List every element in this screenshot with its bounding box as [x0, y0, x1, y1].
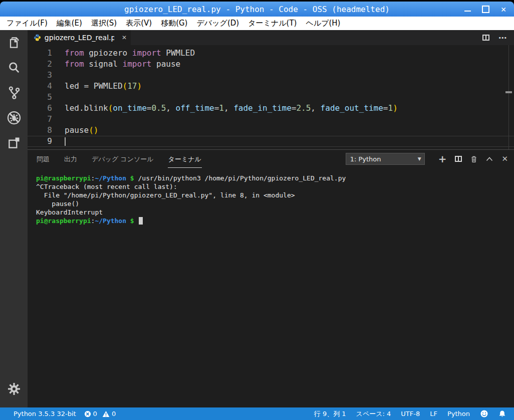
warning-count: 0 [112, 410, 116, 417]
more-actions-icon[interactable]: ⋯ [498, 33, 507, 43]
error-icon [84, 410, 91, 417]
minimize-button[interactable] [461, 3, 474, 16]
editor-scrollbar[interactable] [508, 45, 509, 149]
chevron-down-icon: ▼ [418, 156, 421, 161]
terminal-line: ^CTraceback (most recent call last): [36, 182, 514, 191]
line-number: 9 [28, 136, 52, 147]
main-content: gpiozero_LED_real.py ✕ ⋯ 1from gpiozero … [28, 30, 514, 407]
terminal-line: KeyboardInterrupt [36, 208, 514, 217]
line-number: 4 [28, 81, 52, 92]
menubar: ファイル(F) 編集(E) 選択(S) 表示(V) 移動(G) デバッグ(D) … [0, 17, 514, 30]
indentation[interactable]: スペース: 4 [356, 409, 391, 418]
titlebar[interactable]: gpiozero_LED_real.py - Python - Code - O… [0, 2, 514, 17]
code-line[interactable]: 4led = PWMLED(17) [28, 81, 514, 92]
source-control-icon[interactable] [0, 80, 28, 105]
overview-ruler-marker [505, 91, 512, 93]
line-number: 1 [28, 48, 52, 59]
code-line[interactable]: 3 [28, 70, 514, 81]
editor-caret [65, 137, 66, 146]
line-number: 3 [28, 70, 52, 81]
status-left: Python 3.5.3 32-bit 0 0 [14, 410, 116, 417]
menu-debug[interactable]: デバッグ(D) [192, 19, 243, 28]
tab-gpiozero-led-real[interactable]: gpiozero_LED_real.py ✕ [28, 30, 131, 45]
menu-help[interactable]: ヘルプ(H) [301, 19, 345, 28]
menu-file[interactable]: ファイル(F) [2, 19, 52, 28]
panel-actions: 1: Python ▼ + ✕ [346, 153, 508, 165]
notifications-bell-icon[interactable] [498, 410, 506, 418]
kill-terminal-icon[interactable] [470, 155, 477, 163]
feedback-smiley-icon[interactable] [480, 409, 488, 418]
line-number: 5 [28, 92, 52, 103]
code-line[interactable]: 5 [28, 92, 514, 103]
menu-selection[interactable]: 選択(S) [87, 19, 121, 28]
split-editor-icon[interactable] [482, 35, 489, 41]
maximize-icon [482, 6, 489, 13]
code-line[interactable]: 9 [28, 136, 514, 147]
menu-go[interactable]: 移動(G) [156, 19, 192, 28]
cursor-position[interactable]: 行 9、列 1 [314, 409, 346, 418]
language-mode[interactable]: Python [447, 410, 470, 417]
terminal-output[interactable]: pi@raspberrypi:~/Python $ /usr/bin/pytho… [28, 168, 514, 407]
terminal-select[interactable]: 1: Python ▼ [346, 153, 425, 165]
encoding[interactable]: UTF-8 [401, 410, 420, 417]
panel-tab-output[interactable]: 出力 [64, 150, 78, 167]
warning-icon [102, 410, 110, 417]
minimize-icon [464, 11, 471, 12]
status-bar: Python 3.5.3 32-bit 0 0 行 9、列 1 スペース: 4 … [0, 407, 514, 420]
terminal-line: pause() [36, 199, 514, 208]
maximize-button[interactable] [479, 3, 492, 16]
panel-tab-problems[interactable]: 問題 [36, 150, 50, 167]
settings-gear-icon[interactable] [0, 376, 28, 401]
tab-label: gpiozero_LED_real.py [45, 34, 114, 42]
terminal-line: pi@raspberrypi:~/Python $ [36, 217, 514, 225]
python-icon [34, 34, 41, 42]
close-button[interactable]: ✕ [497, 3, 510, 16]
menu-view[interactable]: 表示(V) [121, 19, 156, 28]
debug-icon[interactable] [0, 105, 28, 130]
search-icon[interactable] [0, 55, 28, 80]
split-terminal-icon[interactable] [455, 156, 462, 162]
terminal-select-value: 1: Python [350, 155, 381, 163]
new-terminal-icon[interactable]: + [438, 154, 447, 164]
error-count: 0 [93, 410, 97, 417]
terminal-cursor [139, 217, 143, 225]
maximize-panel-icon[interactable] [486, 156, 493, 161]
terminal-line: File "/home/pi/Python/gpiozero_LED_real.… [36, 191, 514, 199]
menu-terminal[interactable]: ターミナル(T) [243, 19, 301, 28]
line-number: 8 [28, 125, 52, 136]
status-right: 行 9、列 1 スペース: 4 UTF-8 LF Python [314, 409, 509, 418]
line-number: 6 [28, 103, 52, 114]
line-number: 2 [28, 59, 52, 70]
editor-tabstrip: gpiozero_LED_real.py ✕ ⋯ [28, 30, 514, 45]
bottom-panel: 問題 出力 デバッグ コンソール ターミナル 1: Python ▼ + [28, 149, 514, 407]
extensions-icon[interactable] [0, 130, 28, 155]
code-line[interactable]: 2from signal import pause [28, 59, 514, 70]
panel-header: 問題 出力 デバッグ コンソール ターミナル 1: Python ▼ + [28, 150, 514, 168]
code-line[interactable]: 1from gpiozero import PWMLED [28, 48, 514, 59]
window-title: gpiozero_LED_real.py - Python - Code - O… [124, 5, 390, 14]
explorer-icon[interactable] [0, 30, 28, 55]
python-interpreter[interactable]: Python 3.5.3 32-bit [14, 410, 76, 417]
close-panel-icon[interactable]: ✕ [501, 154, 508, 163]
terminal-line: pi@raspberrypi:~/Python $ /usr/bin/pytho… [36, 174, 514, 182]
problems-indicator[interactable]: 0 0 [84, 410, 116, 417]
code-area: 1from gpiozero import PWMLED2from signal… [28, 48, 514, 147]
editor-actions: ⋯ [482, 30, 514, 45]
eol-sequence[interactable]: LF [430, 410, 437, 417]
code-line[interactable]: 6led.blink(on_time=0.5, off_time=1, fade… [28, 103, 514, 114]
code-editor[interactable]: 1from gpiozero import PWMLED2from signal… [28, 45, 514, 149]
line-number: 7 [28, 114, 52, 125]
panel-tab-terminal[interactable]: ターミナル [168, 150, 202, 168]
code-line[interactable]: 7 [28, 114, 514, 125]
activity-bar [0, 30, 28, 407]
panel-tab-debug-console[interactable]: デバッグ コンソール [91, 150, 154, 167]
window-controls: ✕ [461, 2, 510, 17]
close-icon: ✕ [501, 4, 506, 14]
menu-edit[interactable]: 編集(E) [52, 19, 87, 28]
code-line[interactable]: 8pause() [28, 125, 514, 136]
tab-close-icon[interactable]: ✕ [122, 34, 127, 41]
